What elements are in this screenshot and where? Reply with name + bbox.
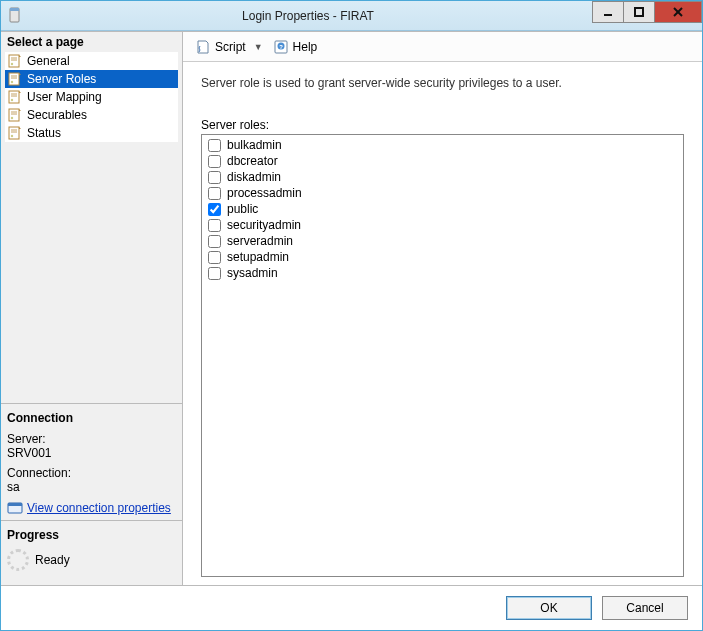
page-icon (7, 53, 23, 69)
script-label: Script (215, 40, 246, 54)
role-checkbox-dbcreator[interactable] (208, 155, 221, 168)
page-icon (7, 125, 23, 141)
content-area: Server role is used to grant server-wide… (183, 62, 702, 585)
sidebar-item-user-mapping[interactable]: User Mapping (5, 88, 178, 106)
role-checkbox-sysadmin[interactable] (208, 267, 221, 280)
role-item-serveradmin[interactable]: serveradmin (206, 233, 679, 249)
app-icon (7, 6, 23, 26)
svg-rect-14 (9, 127, 19, 139)
select-page-header: Select a page (1, 32, 182, 52)
role-checkbox-diskadmin[interactable] (208, 171, 221, 184)
svg-point-7 (11, 63, 13, 65)
sidebar-item-label: Securables (27, 108, 87, 122)
connection-properties-icon (7, 500, 23, 516)
help-button[interactable]: ? Help (269, 37, 322, 57)
svg-point-13 (11, 117, 13, 119)
right-pane: Script ▼ ? Help Server role is used to g… (183, 32, 702, 585)
role-label: dbcreator (227, 153, 278, 169)
role-label: securityadmin (227, 217, 301, 233)
progress-status: Ready (35, 553, 70, 567)
svg-rect-1 (10, 8, 19, 11)
sidebar-item-label: User Mapping (27, 90, 102, 104)
role-item-setupadmin[interactable]: setupadmin (206, 249, 679, 265)
script-dropdown-icon[interactable]: ▼ (254, 42, 263, 52)
progress-spinner-icon (7, 549, 29, 571)
server-roles-label: Server roles: (201, 118, 684, 132)
body-area: Select a page GeneralServer RolesUser Ma… (1, 31, 702, 585)
role-checkbox-setupadmin[interactable] (208, 251, 221, 264)
help-label: Help (293, 40, 318, 54)
svg-rect-6 (9, 55, 19, 67)
role-item-processadmin[interactable]: processadmin (206, 185, 679, 201)
minimize-icon (602, 6, 614, 18)
script-button[interactable]: Script (191, 37, 250, 57)
maximize-icon (633, 6, 645, 18)
role-item-dbcreator[interactable]: dbcreator (206, 153, 679, 169)
svg-rect-12 (9, 109, 19, 121)
titlebar: Login Properties - FIRAT (1, 1, 702, 31)
help-icon: ? (273, 39, 289, 55)
role-label: diskadmin (227, 169, 281, 185)
svg-point-15 (11, 135, 13, 137)
view-connection-properties-text: View connection properties (27, 501, 171, 515)
role-item-public[interactable]: public (206, 201, 679, 217)
view-connection-properties-link[interactable]: View connection properties (7, 500, 176, 516)
toolbar: Script ▼ ? Help (183, 32, 702, 62)
minimize-button[interactable] (592, 1, 624, 23)
close-button[interactable] (654, 1, 702, 23)
role-checkbox-public[interactable] (208, 203, 221, 216)
server-value: SRV001 (7, 446, 176, 460)
role-item-bulkadmin[interactable]: bulkadmin (206, 137, 679, 153)
role-item-diskadmin[interactable]: diskadmin (206, 169, 679, 185)
left-pane: Select a page GeneralServer RolesUser Ma… (1, 32, 183, 585)
sidebar-item-status[interactable]: Status (5, 124, 178, 142)
role-checkbox-serveradmin[interactable] (208, 235, 221, 248)
role-checkbox-securityadmin[interactable] (208, 219, 221, 232)
role-checkbox-processadmin[interactable] (208, 187, 221, 200)
role-item-sysadmin[interactable]: sysadmin (206, 265, 679, 281)
maximize-button[interactable] (623, 1, 655, 23)
role-label: bulkadmin (227, 137, 282, 153)
description-text: Server role is used to grant server-wide… (201, 76, 684, 90)
svg-point-9 (11, 81, 13, 83)
svg-rect-17 (8, 503, 22, 506)
connection-section: Connection Server: SRV001 Connection: sa… (1, 403, 182, 520)
connection-value: sa (7, 480, 176, 494)
page-icon (7, 89, 23, 105)
login-properties-window: Login Properties - FIRAT Select a page G… (0, 0, 703, 631)
svg-point-11 (11, 99, 13, 101)
svg-rect-3 (635, 8, 643, 16)
role-checkbox-bulkadmin[interactable] (208, 139, 221, 152)
svg-text:?: ? (279, 43, 283, 49)
cancel-button[interactable]: Cancel (602, 596, 688, 620)
connection-label: Connection: (7, 466, 176, 480)
sidebar-item-server-roles[interactable]: Server Roles (5, 70, 178, 88)
bottom-bar: OK Cancel (1, 585, 702, 630)
role-label: setupadmin (227, 249, 289, 265)
script-icon (195, 39, 211, 55)
role-label: sysadmin (227, 265, 278, 281)
svg-rect-10 (9, 91, 19, 103)
role-label: processadmin (227, 185, 302, 201)
sidebar-item-label: Server Roles (27, 72, 96, 86)
svg-line-5 (674, 8, 682, 16)
role-item-securityadmin[interactable]: securityadmin (206, 217, 679, 233)
role-label: public (227, 201, 258, 217)
role-label: serveradmin (227, 233, 293, 249)
sidebar-item-label: General (27, 54, 70, 68)
svg-rect-8 (9, 73, 19, 85)
sidebar-item-general[interactable]: General (5, 52, 178, 70)
sidebar-item-securables[interactable]: Securables (5, 106, 178, 124)
connection-header: Connection (7, 408, 176, 428)
page-list: GeneralServer RolesUser MappingSecurable… (5, 52, 178, 142)
page-icon (7, 71, 23, 87)
page-icon (7, 107, 23, 123)
progress-header: Progress (7, 525, 176, 545)
svg-line-4 (674, 8, 682, 16)
progress-section: Progress Ready (1, 520, 182, 585)
ok-button[interactable]: OK (506, 596, 592, 620)
server-roles-list[interactable]: bulkadmindbcreatordiskadminprocessadminp… (201, 134, 684, 577)
sidebar-item-label: Status (27, 126, 61, 140)
close-icon (672, 6, 684, 18)
window-title: Login Properties - FIRAT (23, 9, 593, 23)
